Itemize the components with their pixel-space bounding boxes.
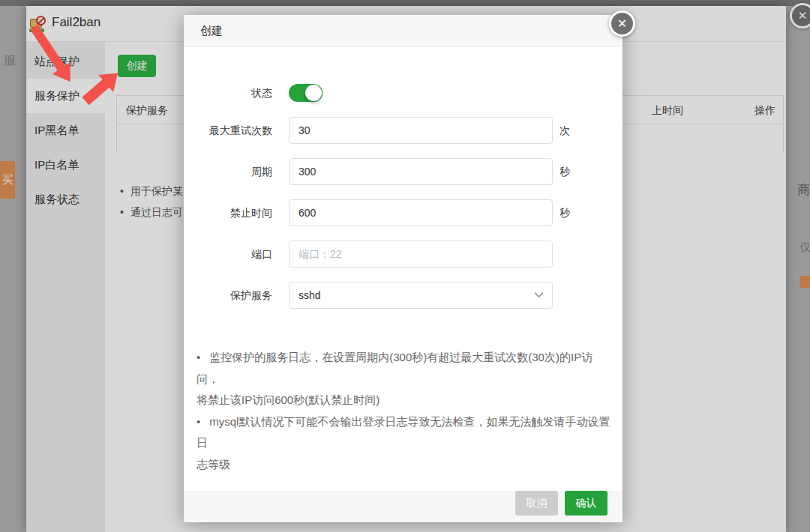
ban-time-suffix: 秒 (560, 199, 570, 226)
help-line: mysql默认情况下可能不会输出登录日志导致无法检查，如果无法触发请手动设置日 (196, 411, 610, 454)
confirm-button[interactable]: 确认 (565, 491, 608, 516)
cancel-button[interactable]: 取消 (515, 491, 558, 516)
service-label: 保护服务 (184, 282, 272, 309)
max-retry-suffix: 次 (560, 117, 570, 144)
chevron-down-icon (534, 291, 544, 298)
dialog-header: 创建 (184, 15, 622, 47)
help-line: 监控保护的服务日志，在设置周期内(300秒)有超过最大重试次数(30次)的IP访… (196, 347, 610, 390)
dialog-title: 创建 (200, 24, 223, 38)
close-icon: ✕ (617, 16, 627, 31)
max-retry-label: 最大重试次数 (184, 117, 272, 144)
status-label: 状态 (184, 84, 272, 102)
form-row-ban-time: 禁止时间 秒 (184, 199, 622, 226)
dialog-help-text: 监控保护的服务日志，在设置周期内(300秒)有超过最大重试次数(30次)的IP访… (196, 347, 610, 475)
cycle-label: 周期 (184, 158, 272, 185)
dialog-footer: 取消 确认 (184, 492, 622, 522)
status-toggle[interactable] (289, 84, 322, 102)
cycle-input[interactable] (289, 158, 553, 185)
port-label: 端口 (184, 241, 272, 267)
service-select[interactable]: sshd (289, 282, 553, 309)
service-select-value: sshd (298, 289, 321, 301)
dialog-close-button[interactable]: ✕ (609, 10, 635, 37)
form-row-max-retry: 最大重试次数 次 (184, 117, 622, 144)
help-line: 将禁止该IP访问600秒(默认禁止时间) (196, 390, 610, 411)
form-row-status: 状态 (184, 84, 622, 102)
form-row-service: 保护服务 sshd (184, 282, 622, 309)
create-dialog: 创建 ✕ 状态 最大重试次数 次 周期 秒 禁止时间 秒 端口 保护服务 ssh… (184, 15, 622, 522)
port-input[interactable] (289, 241, 553, 267)
form-row-port: 端口 (184, 241, 622, 267)
toggle-knob (305, 85, 322, 101)
help-line: 志等级 (196, 454, 610, 476)
max-retry-input[interactable] (289, 117, 553, 144)
ban-time-label: 禁止时间 (184, 199, 272, 226)
form-row-cycle: 周期 秒 (184, 158, 622, 185)
cycle-suffix: 秒 (560, 158, 570, 185)
ban-time-input[interactable] (289, 199, 553, 226)
